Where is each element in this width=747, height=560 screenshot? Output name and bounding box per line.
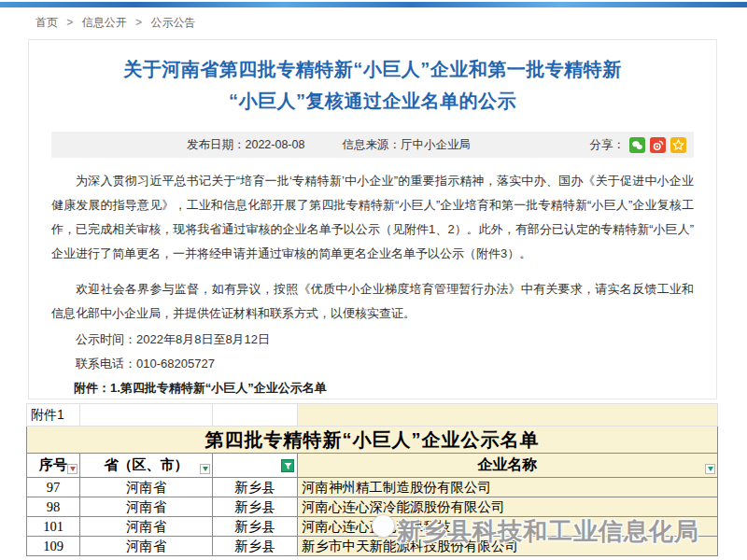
filter-dropdown-icon[interactable] (67, 464, 78, 474)
cell-company: 河南神州精工制造股份有限公司 (298, 478, 718, 497)
header-serial-label: 序号 (39, 456, 67, 472)
paragraph-2: 欢迎社会各界参与监督，如有异议，按照《优质中小企业梯度培育管理暂行办法》中有关要… (51, 277, 694, 326)
empty-cell (298, 404, 718, 427)
cell-serial: 97 (27, 478, 80, 497)
cell-serial: 98 (27, 497, 80, 517)
filter-dropdown-icon[interactable] (705, 464, 715, 474)
publish-date-value: 2022-08-08 (246, 138, 305, 151)
breadcrumb-separator: > (66, 16, 73, 29)
watermark-logo (372, 514, 395, 538)
publish-date: 发布日期：2022-08-08 (51, 137, 304, 153)
cell-county: 新乡县 (213, 478, 298, 497)
attachment-item-1: 1.第四批专精特新“小巨人”企业公示名单 (110, 381, 327, 395)
breadcrumb-info-disclosure[interactable]: 信息公开 (82, 16, 127, 29)
attachments-label: 附件： (74, 381, 110, 395)
table-row: 97 河南省 新乡县 河南神州精工制造股份有限公司 (27, 478, 718, 497)
notice-time-line: 公示时间：2022年8月8日至8月12日 (76, 329, 694, 350)
table-title-row: 第四批专精特新“小巨人”企业公示名单 (27, 427, 718, 454)
cell-county: 新乡县 (213, 517, 298, 537)
top-nav-bar (0, 2, 747, 7)
empty-cell (80, 404, 213, 427)
table-row: 98 河南省 新乡县 河南心连心深冷能源股份有限公司 (27, 497, 718, 517)
table-header-row: 序号 省（区、市） 企业名称 (27, 454, 718, 478)
cell-province: 河南省 (80, 497, 213, 517)
header-province-label: 省（区、市） (105, 456, 189, 472)
paragraph-1: 为深入贯彻习近平总书记关于“培育一批‘专精特新’中小企业”的重要指示精神，落实中… (51, 169, 694, 266)
weibo-share-icon[interactable] (650, 137, 666, 153)
publish-date-label: 发布日期： (187, 138, 246, 151)
breadcrumb-home[interactable]: 首页 (35, 16, 58, 29)
breadcrumb-public-notice[interactable]: 公示公告 (150, 16, 195, 29)
table-title: 第四批专精特新“小巨人”企业公示名单 (27, 427, 718, 454)
attachment-line-1: 附件：1.第四批专精特新“小巨人”企业公示名单 (74, 377, 694, 399)
cell-serial: 109 (27, 537, 80, 556)
star-share-icon[interactable] (670, 137, 686, 153)
cell-province: 河南省 (80, 517, 213, 537)
wechat-share-icon[interactable] (629, 137, 645, 153)
active-filter-funnel-icon[interactable] (281, 459, 294, 472)
info-source-label: 信息来源： (342, 138, 401, 151)
cell-province: 河南省 (80, 537, 213, 556)
cell-county: 新乡县 (213, 537, 298, 556)
breadcrumb-separator: > (135, 16, 142, 29)
cell-serial: 101 (27, 517, 80, 537)
empty-cell (213, 404, 298, 427)
sheet-label-row: 附件1 (27, 404, 718, 427)
cell-county: 新乡县 (213, 497, 298, 517)
share-label: 分享： (590, 137, 626, 153)
header-province: 省（区、市） (80, 454, 213, 478)
article-panel: 关于河南省第四批专精特新“小巨人”企业和第一批专精特新“小巨人”复核通过企业名单… (28, 39, 717, 399)
article-meta-bar: 发布日期：2022-08-08 信息来源：厅中小企业局 分享： (51, 132, 694, 158)
filter-dropdown-icon[interactable] (200, 464, 210, 474)
page-title: 关于河南省第四批专精特新“小巨人”企业和第一批专精特新“小巨人”复核通过企业名单… (29, 40, 716, 124)
sheet-label: 附件1 (27, 404, 80, 427)
info-source-value: 厅中小企业局 (401, 138, 471, 151)
header-company: 企业名称 (298, 454, 718, 478)
info-source: 信息来源：厅中小企业局 (342, 137, 471, 153)
header-company-label: 企业名称 (478, 456, 538, 472)
cell-province: 河南省 (80, 478, 213, 497)
cell-company: 河南心连心深冷能源股份有限公司 (298, 497, 718, 517)
share-bar: 分享： (590, 137, 687, 153)
contact-phone-line: 联系电话：010-68205727 (76, 354, 694, 374)
header-serial: 序号 (27, 454, 80, 478)
breadcrumb: 首页 > 信息公开 > 公示公告 (35, 15, 195, 31)
watermark-text: 新乡县科技和工业信息化局 (397, 515, 699, 548)
header-county (213, 454, 298, 478)
